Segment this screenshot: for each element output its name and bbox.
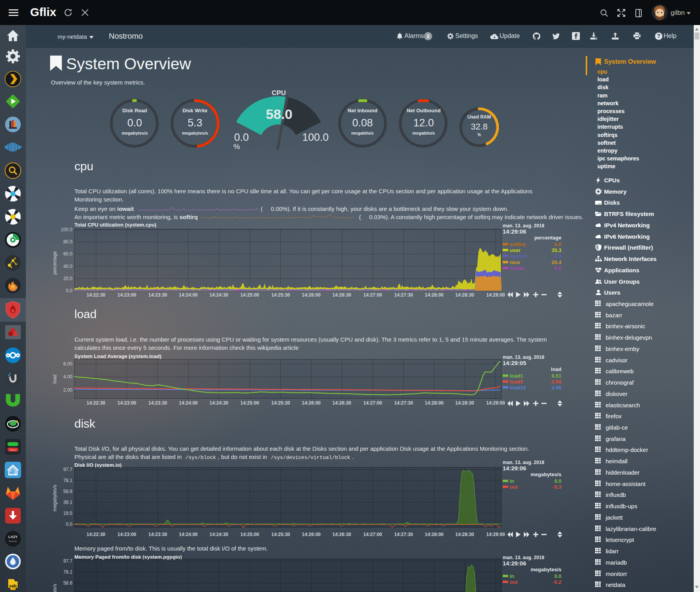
svg-text:Online: Online [9,443,16,446]
svg-text:librarian: librarian [9,540,17,542]
svg-text:Offline: Offline [9,449,16,451]
svg-text:sab: sab [9,583,17,588]
svg-text:LAZY: LAZY [8,535,18,539]
